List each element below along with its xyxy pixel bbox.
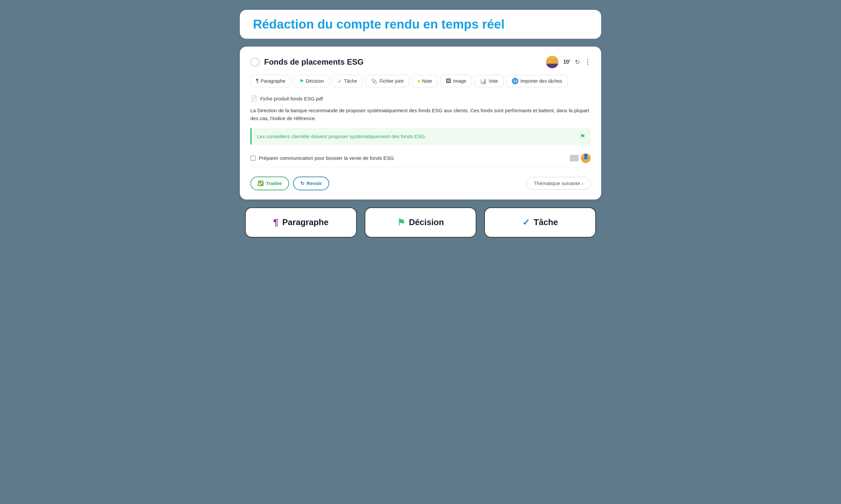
avatar [546,56,559,68]
task-label: Préparer communication pour booster la v… [259,155,394,161]
traitee-icon: ✅ [258,180,264,186]
decision-label: Décision [306,78,324,84]
decision-icon: ⚑ [299,78,304,84]
card-title: Fonds de placements ESG [264,57,364,67]
image-icon: 🖼 [446,78,451,84]
next-topic-label: Thématique suivante › [534,180,583,186]
importer-label: Importer des tâches [520,78,562,84]
refresh-icon[interactable]: ↻ [575,59,580,66]
card-header-left: Fonds de placements ESG [250,57,364,67]
next-topic-button[interactable]: Thématique suivante › [526,177,591,190]
content-area: 📄 Fiche produit fonds ESG.pdf La Directi… [250,95,591,167]
pdf-attachment[interactable]: 📄 Fiche produit fonds ESG.pdf [250,95,591,102]
toolbar-btn-vote[interactable]: 📊 Vote [474,75,504,87]
more-options-icon[interactable]: ⋮ [584,58,591,66]
fichier-label: Fichier joint [379,78,404,84]
revoir-icon: ↻ [300,180,305,186]
pdf-icon: 📄 [250,95,258,102]
decision-text: Les conseillers clientèle doivent propos… [257,133,426,139]
traitee-button[interactable]: ✅ Traitée [250,177,289,190]
card-footer: ✅ Traitée ↻ Revoir Thématique suivante › [250,177,591,190]
decision-hammer-icon: ⚑ [580,132,585,140]
task-date-badge [570,155,579,161]
task-right [570,153,591,163]
vote-label: Vote [488,78,498,84]
big-tache-icon: ✓ [522,217,530,228]
big-btn-tache[interactable]: ✓ Tâche [484,208,596,237]
revoir-label: Revoir [307,180,322,186]
big-btn-decision[interactable]: ⚑ Décision [365,208,476,237]
toolbar: ¶ Paragraphe ⚑ Décision ✓ Tâche 📎 Fichie… [250,75,591,87]
toolbar-btn-tache[interactable]: ✓ Tâche [332,75,363,87]
tache-icon: ✓ [338,78,342,84]
note-label: Note [422,78,432,84]
bottom-buttons: ¶ Paragraphe ⚑ Décision ✓ Tâche [240,208,601,237]
big-paragraphe-icon: ¶ [273,217,278,228]
footer-left: ✅ Traitée ↻ Revoir [250,177,329,190]
card-header-right: 10' ↻ ⋮ [546,56,591,68]
revoir-button[interactable]: ↻ Revoir [293,177,329,190]
traitee-label: Traitée [266,180,282,186]
toolbar-btn-image[interactable]: 🖼 Image [440,75,472,87]
big-decision-icon: ⚑ [397,217,405,228]
card-header: Fonds de placements ESG 10' ↻ ⋮ [250,56,591,68]
task-left: Préparer communication pour booster la v… [250,155,394,161]
importer-badge: 13 [512,78,518,84]
task-checkbox[interactable] [250,156,256,161]
page-title-box: Rédaction du compte rendu en temps réel [240,10,601,39]
big-paragraphe-label: Paragraphe [282,218,328,227]
toolbar-btn-fichier[interactable]: 📎 Fichier joint [365,75,409,87]
image-label: Image [453,78,466,84]
tache-label: Tâche [344,78,357,84]
big-decision-label: Décision [409,218,444,227]
toolbar-btn-importer[interactable]: 13 Importer des tâches [506,75,568,87]
decision-highlight: Les conseillers clientèle doivent propos… [250,128,591,145]
toolbar-btn-decision[interactable]: ⚑ Décision [294,75,329,87]
fichier-icon: 📎 [371,78,377,84]
page-title: Rédaction du compte rendu en temps réel [253,17,588,32]
paragraphe-label: Paragraphe [261,78,286,84]
paragraphe-icon: ¶ [256,78,259,84]
task-avatar [581,153,591,163]
pdf-filename: Fiche produit fonds ESG.pdf [260,96,323,102]
vote-icon: 📊 [480,78,486,84]
topic-circle-icon[interactable] [250,57,259,67]
big-btn-paragraphe[interactable]: ¶ Paragraphe [245,208,357,237]
big-tache-label: Tâche [534,218,558,227]
task-row: Préparer communication pour booster la v… [250,149,591,167]
toolbar-btn-paragraphe[interactable]: ¶ Paragraphe [250,75,291,87]
toolbar-btn-note[interactable]: ■ Note [412,75,438,87]
paragraph-text: La Direction de la banque recommande de … [250,107,591,123]
time-label: 10' [563,59,570,65]
note-icon: ■ [417,79,420,84]
main-card: Fonds de placements ESG 10' ↻ ⋮ ¶ Paragr… [240,47,601,199]
